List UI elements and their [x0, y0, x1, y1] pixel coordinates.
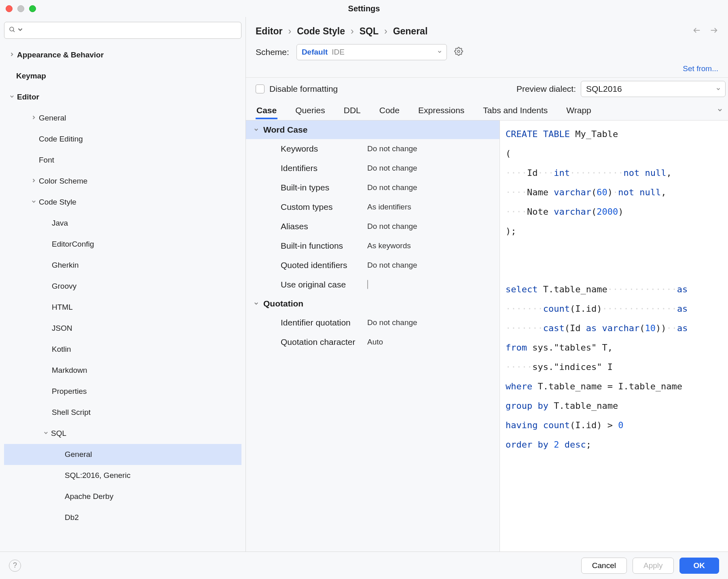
- chevron-right-icon: [6, 51, 17, 59]
- tree-item-code-style[interactable]: Code Style: [4, 192, 241, 213]
- breadcrumb-segment[interactable]: Editor: [256, 26, 282, 37]
- tab-expressions[interactable]: Expressions: [417, 101, 465, 119]
- prop-quoted-identifiers[interactable]: Quoted identifiers Do not change: [246, 256, 499, 275]
- tree-item-apache-derby[interactable]: Apache Derby: [4, 486, 241, 507]
- set-from-link[interactable]: Set from...: [683, 64, 718, 73]
- main-panel: Editor › Code Style › SQL › General Sche…: [246, 17, 728, 552]
- prop-custom-types[interactable]: Custom types As identifiers: [246, 197, 499, 217]
- chevron-down-icon: [715, 84, 721, 94]
- tab-code[interactable]: Code: [379, 101, 400, 119]
- window-maximize-button[interactable]: [29, 5, 36, 12]
- group-word-case[interactable]: Word Case: [246, 120, 499, 139]
- tree-item-color-scheme[interactable]: Color Scheme: [4, 171, 241, 192]
- chevron-down-icon: [40, 429, 51, 438]
- help-button[interactable]: ?: [9, 560, 21, 572]
- checkbox-icon: [256, 85, 265, 93]
- tree-item-db2[interactable]: Db2: [4, 507, 241, 528]
- prop-keywords[interactable]: Keywords Do not change: [246, 139, 499, 158]
- tree-item-java[interactable]: Java: [4, 213, 241, 234]
- tree-item-general[interactable]: General: [4, 108, 241, 129]
- chevron-down-icon: [17, 26, 25, 35]
- prop-aliases[interactable]: Aliases Do not change: [246, 217, 499, 236]
- tab-ddl[interactable]: DDL: [343, 101, 362, 119]
- chevron-right-icon: [28, 177, 39, 186]
- scheme-label: Scheme:: [256, 47, 289, 57]
- tree-item-shell-script[interactable]: Shell Script: [4, 402, 241, 423]
- tree-item-appearance-behavior[interactable]: Appearance & Behavior: [4, 44, 241, 66]
- checkbox-icon[interactable]: [367, 280, 368, 289]
- tree-item-editorconfig[interactable]: EditorConfig: [4, 234, 241, 255]
- chevron-right-icon: ›: [288, 26, 291, 37]
- breadcrumb-segment[interactable]: Code Style: [297, 26, 345, 37]
- sidebar: Appearance & Behavior Keymap Editor Gene…: [0, 17, 246, 552]
- scheme-name: Default: [302, 48, 328, 57]
- svg-line-1: [13, 30, 15, 32]
- ok-button[interactable]: OK: [679, 558, 720, 574]
- group-quotation[interactable]: Quotation: [246, 294, 499, 313]
- tree-item-markdown[interactable]: Markdown: [4, 360, 241, 381]
- breadcrumb-segment[interactable]: SQL: [360, 26, 379, 37]
- chevron-down-icon: [6, 93, 17, 101]
- disable-formatting-checkbox[interactable]: Disable formatting: [256, 84, 338, 94]
- tab-tabs-indents[interactable]: Tabs and Indents: [482, 101, 548, 119]
- prop-quotation-character[interactable]: Quotation character Auto: [246, 332, 499, 352]
- breadcrumb-segment: General: [393, 26, 428, 37]
- tree-item-kotlin[interactable]: Kotlin: [4, 339, 241, 360]
- chevron-right-icon: ›: [351, 26, 354, 37]
- nav-forward-button[interactable]: [709, 26, 718, 37]
- nav-back-button[interactable]: [692, 26, 701, 37]
- tab-case[interactable]: Case: [256, 101, 277, 119]
- tree-item-groovy[interactable]: Groovy: [4, 276, 241, 297]
- svg-point-4: [457, 50, 460, 53]
- tree-item-gherkin[interactable]: Gherkin: [4, 255, 241, 276]
- tree-item-sql[interactable]: SQL: [4, 423, 241, 444]
- tab-wrapping[interactable]: Wrapp: [565, 101, 592, 119]
- prop-builtin-functions[interactable]: Built-in functions As keywords: [246, 236, 499, 256]
- tree-item-json[interactable]: JSON: [4, 318, 241, 339]
- tree-item-code-editing[interactable]: Code Editing: [4, 129, 241, 150]
- tree-item-editor[interactable]: Editor: [4, 87, 241, 108]
- tab-queries[interactable]: Queries: [294, 101, 326, 119]
- tree-item-font[interactable]: Font: [4, 150, 241, 171]
- apply-button[interactable]: Apply: [633, 558, 674, 574]
- chevron-down-icon: [437, 48, 442, 57]
- prop-identifier-quotation[interactable]: Identifier quotation Do not change: [246, 313, 499, 332]
- tree-item-properties[interactable]: Properties: [4, 381, 241, 402]
- chevron-down-icon: [253, 125, 259, 135]
- chevron-down-icon: [28, 198, 39, 207]
- prop-builtin-types[interactable]: Built-in types Do not change: [246, 178, 499, 197]
- footer: ? Cancel Apply OK: [0, 552, 728, 579]
- tree-item-keymap[interactable]: Keymap: [4, 66, 241, 87]
- tree-item-html[interactable]: HTML: [4, 297, 241, 318]
- preview-dialect-selector[interactable]: SQL2016: [581, 81, 726, 97]
- cancel-button[interactable]: Cancel: [581, 558, 627, 574]
- prop-identifiers[interactable]: Identifiers Do not change: [246, 158, 499, 178]
- breadcrumb: Editor › Code Style › SQL › General: [256, 26, 427, 37]
- search-icon: [8, 26, 17, 35]
- window-minimize-button[interactable]: [17, 5, 24, 12]
- settings-tree: Appearance & Behavior Keymap Editor Gene…: [4, 44, 241, 552]
- window-close-button[interactable]: [6, 5, 13, 12]
- code-style-tabs: Case Queries DDL Code Expressions Tabs a…: [246, 100, 728, 120]
- window-title: Settings: [0, 4, 728, 13]
- settings-column: Word Case Keywords Do not change Identif…: [246, 120, 500, 552]
- titlebar: Settings: [0, 0, 728, 17]
- code-preview-text: CREATE TABLE My_Table ( ····Id···int····…: [506, 125, 728, 454]
- preview-dialect-label: Preview dialect:: [516, 84, 576, 94]
- scheme-scope: IDE: [332, 48, 345, 57]
- tree-item-sql-general[interactable]: General: [4, 444, 241, 465]
- tree-item-sql-2016[interactable]: SQL:2016, Generic: [4, 465, 241, 486]
- gear-icon[interactable]: [454, 47, 463, 58]
- tabs-overflow[interactable]: [717, 106, 728, 115]
- chevron-right-icon: ›: [384, 26, 387, 37]
- prop-use-original-case[interactable]: Use original case: [246, 275, 499, 294]
- scheme-selector[interactable]: Default IDE: [296, 44, 447, 60]
- code-preview: CREATE TABLE My_Table ( ····Id···int····…: [500, 120, 728, 552]
- search-input[interactable]: [4, 22, 241, 39]
- chevron-right-icon: [28, 114, 39, 123]
- svg-point-0: [10, 27, 14, 31]
- chevron-down-icon: [253, 299, 259, 309]
